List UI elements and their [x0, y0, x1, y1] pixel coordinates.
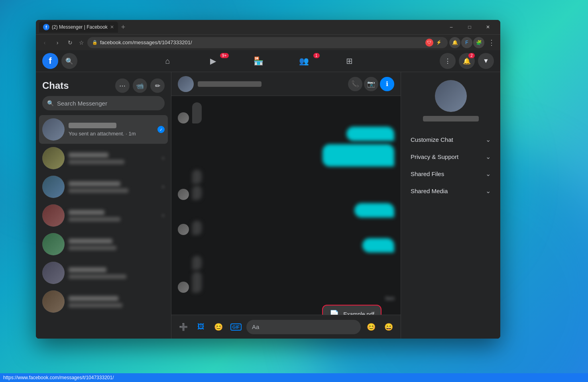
message-avatar [178, 282, 189, 293]
voice-call-button[interactable]: 📞 [348, 77, 362, 91]
chat-item[interactable] [39, 230, 168, 259]
avatar [42, 233, 65, 255]
nav-marketplace[interactable]: 🏪 [237, 51, 281, 71]
messenger-layout: Chats ⋯ 📹 ✏ 🔍 [36, 72, 500, 339]
video-call-button[interactable]: 📷 [364, 77, 378, 91]
shared-files-section[interactable]: Shared Files ⌄ [404, 165, 497, 182]
sticker-button[interactable]: 😊 [211, 320, 226, 334]
shared-media-label: Shared Media [411, 188, 448, 194]
facebook-search-button[interactable]: 🔍 [61, 53, 77, 69]
active-tab[interactable]: f (2) Messenger | Facebook ✕ [39, 22, 118, 33]
toolbar-extensions: 🔔 F 🧩 [449, 37, 484, 48]
message-bubble [192, 170, 202, 184]
back-button[interactable]: ‹ [39, 37, 50, 48]
new-tab-button[interactable]: + [120, 23, 127, 31]
chat-header-avatar [178, 76, 194, 92]
nav-home[interactable]: ⌂ [146, 51, 190, 71]
window-controls: – □ ✕ [442, 20, 497, 34]
address-lock-icon: 🔒 [92, 40, 98, 45]
gif-button[interactable]: GIF [229, 320, 243, 334]
reaction-button[interactable]: 😄 [382, 320, 396, 334]
sidebar-search[interactable]: 🔍 [42, 96, 165, 110]
video-chat-button[interactable]: 📹 [133, 78, 147, 93]
chat-item[interactable]: ·h [39, 144, 168, 172]
shared-media-section[interactable]: Shared Media ⌄ [404, 182, 497, 200]
emoji-button[interactable]: 😊 [364, 320, 378, 334]
message-bubble [192, 256, 202, 270]
profile-avatar [435, 80, 467, 112]
chat-info: You sent an attachment. · 1m [69, 123, 153, 137]
sent-label: Sent [385, 296, 394, 301]
message-row [178, 203, 394, 217]
sidebar-title: Chats [42, 80, 69, 91]
facebook-logo[interactable]: f [42, 53, 58, 69]
message-row [178, 170, 394, 200]
search-input[interactable] [57, 100, 160, 107]
menu-button[interactable]: ⋮ [440, 53, 456, 69]
customize-chat-chevron-icon: ⌄ [486, 136, 491, 143]
notifications-button[interactable]: 🔔 2 [459, 53, 475, 69]
privacy-support-label: Privacy & Support [411, 153, 458, 160]
chat-info [69, 210, 157, 221]
avatar [42, 147, 65, 169]
new-message-button[interactable]: ✏ [150, 78, 165, 93]
message-bubble [346, 127, 394, 141]
status-url: https://www.facebook.com/messages/t/1047… [3, 375, 114, 380]
nav-watch[interactable]: ▶ 9+ [191, 51, 235, 71]
forward-button[interactable]: › [52, 37, 63, 48]
chat-header-actions: 📞 📷 ℹ [348, 77, 394, 91]
chat-item[interactable] [39, 259, 168, 287]
reload-button[interactable]: ↻ [65, 37, 76, 48]
nav-groups[interactable]: 👥 1 [282, 51, 326, 71]
message-read-icon: ✓ [157, 126, 165, 133]
customize-chat-section[interactable]: Customize Chat ⌄ [404, 131, 497, 148]
gaming-icon: ⊞ [346, 56, 353, 66]
chat-meta: ·h [161, 156, 165, 161]
message-row [178, 238, 394, 253]
more-options-button[interactable]: ⋯ [115, 78, 130, 93]
info-button[interactable]: ℹ [380, 77, 394, 91]
avatar [42, 204, 65, 227]
sidebar-header: Chats ⋯ 📹 ✏ [36, 72, 171, 96]
profile-name [423, 116, 479, 121]
avatar [42, 118, 65, 141]
extensions-btn[interactable]: 🧩 [473, 37, 484, 48]
chat-item[interactable]: ·h [39, 172, 168, 201]
chat-messages[interactable]: Sent 📄 Example.pdf ✓ [171, 96, 401, 315]
avatar [42, 290, 65, 313]
address-text: facebook.com/messages/t/1047333201/ [100, 39, 423, 45]
message-bubble [192, 221, 202, 235]
customize-chat-label: Customize Chat [411, 136, 453, 143]
browser-content: f 🔍 ⌂ ▶ 9+ 🏪 👥 1 [36, 50, 500, 339]
maximize-button[interactable]: □ [460, 20, 479, 34]
chat-item[interactable] [39, 287, 168, 316]
browser-menu-button[interactable]: ⋮ [486, 37, 497, 48]
browser-tabs: f (2) Messenger | Facebook ✕ + [39, 20, 442, 34]
facebook-nav-right: ⋮ 🔔 2 ▼ [440, 53, 494, 69]
chat-meta: ·h [161, 213, 165, 218]
minimize-button[interactable]: – [442, 20, 460, 34]
watch-icon: ▶ [210, 56, 216, 66]
facebook-topnav: f 🔍 ⌂ ▶ 9+ 🏪 👥 1 [36, 50, 500, 72]
chat-item[interactable]: ·h [39, 201, 168, 230]
address-bar[interactable]: 🔒 facebook.com/messages/t/1047333201/ 🛡 … [87, 37, 448, 48]
extension-1-icon[interactable]: 🔔 [449, 37, 460, 48]
privacy-support-section[interactable]: Privacy & Support ⌄ [404, 148, 497, 165]
nav-gaming[interactable]: ⊞ [328, 51, 372, 71]
account-button[interactable]: ▼ [478, 53, 494, 69]
bookmark-button[interactable]: ☆ [79, 39, 84, 46]
close-button[interactable]: ✕ [479, 20, 497, 34]
tab-title: (2) Messenger | Facebook [52, 24, 108, 30]
message-row [178, 127, 394, 141]
chat-item[interactable]: You sent an attachment. · 1m ✓ [39, 115, 168, 144]
avatar [42, 262, 65, 284]
message-text-input[interactable]: Aa [246, 320, 361, 334]
add-button[interactable]: ➕ [176, 320, 191, 334]
chat-info [69, 153, 157, 164]
message-bubble [192, 272, 202, 293]
image-button[interactable]: 🖼 [194, 320, 208, 334]
file-attachment[interactable]: 📄 Example.pdf [322, 305, 382, 315]
extension-2-icon[interactable]: F [461, 37, 472, 48]
message-bubble [192, 186, 202, 200]
tab-close-button[interactable]: ✕ [110, 24, 114, 30]
